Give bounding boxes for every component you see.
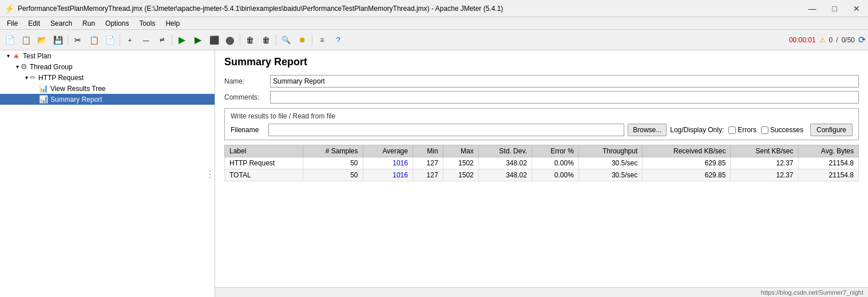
open-button[interactable]: 📂	[34, 33, 49, 47]
arrow-test-plan[interactable]: ▾	[5, 53, 11, 59]
cut-button[interactable]: ✂	[70, 33, 85, 47]
close-button[interactable]: ✕	[850, 3, 863, 14]
record-button[interactable]: ⏺	[295, 33, 310, 47]
col-header-sent-kb-sec: Sent KB/sec	[731, 145, 798, 157]
successes-checkbox-item: Successes	[761, 126, 803, 134]
shutdown-button[interactable]: ⬤	[223, 33, 237, 47]
paste-button[interactable]: 📄	[102, 33, 117, 47]
table-cell: 21154.8	[798, 157, 859, 169]
sidebar-item-test-plan[interactable]: ▾ 🔺 Test Plan	[0, 50, 215, 61]
table-cell: 348.02	[478, 169, 532, 181]
table-cell: 1016	[363, 157, 413, 169]
table-row: HTTP Request5010161271502348.020.00%30.5…	[225, 157, 859, 169]
main-area: ▾ 🔺 Test Plan ▾ ⚙ Thread Group ▾ ✏ HTTP …	[0, 50, 868, 297]
http-request-icon: ✏	[30, 73, 36, 82]
successes-checkbox[interactable]	[761, 126, 768, 134]
view-results-icon: 📊	[39, 84, 48, 93]
table-cell: 127	[413, 157, 443, 169]
sidebar-item-summary-report[interactable]: 📊 Summary Report	[0, 94, 215, 105]
expand-button[interactable]: +	[122, 33, 137, 47]
separator: /	[836, 36, 838, 44]
error-count: 0	[829, 36, 833, 44]
refresh-icon[interactable]: ⟳	[858, 34, 866, 45]
title-text: ⚡ PerformanceTestPlanMemoryThread.jmx (E…	[5, 4, 503, 13]
col-header-avg--bytes: Avg. Bytes	[798, 145, 859, 157]
status-bar: https://blog.csdn.net/Summer7_night	[215, 287, 868, 297]
maximize-button[interactable]: □	[829, 3, 841, 14]
arrow-http-request[interactable]: ▾	[23, 74, 30, 81]
run-button[interactable]: ▶	[175, 33, 189, 47]
toolbar-sep-1	[68, 34, 68, 46]
table-row: TOTAL5010161271502348.020.00%30.5/sec629…	[225, 169, 859, 181]
window-title: PerformanceTestPlanMemoryThread.jmx (E:\…	[18, 5, 503, 13]
timer-display: 00:00:01	[789, 36, 816, 44]
col-header-throughput: Throughput	[578, 145, 642, 157]
comments-label: Comments:	[224, 93, 270, 101]
menu-item-tools[interactable]: Tools	[134, 18, 160, 29]
table-cell: HTTP Request	[225, 157, 303, 169]
menu-item-file[interactable]: File	[2, 18, 22, 29]
menu-item-run[interactable]: Run	[78, 18, 100, 29]
search-button[interactable]: 🔍	[279, 33, 294, 47]
minimize-button[interactable]: —	[805, 3, 820, 14]
sidebar-drag-handle[interactable]: ⋮	[205, 168, 213, 179]
function-button[interactable]: ≡	[315, 33, 330, 47]
table-body: HTTP Request5010161271502348.020.00%30.5…	[225, 157, 859, 181]
table-cell: 1016	[363, 169, 413, 181]
toolbar-sep-5	[276, 34, 276, 46]
table-cell: 629.85	[643, 157, 731, 169]
comments-field-row: Comments:	[224, 91, 859, 104]
table-cell: TOTAL	[225, 169, 303, 181]
arrow-thread-group[interactable]: ▾	[14, 64, 21, 70]
save-button[interactable]: 💾	[50, 33, 65, 47]
comments-input[interactable]	[270, 91, 859, 104]
menu-item-edit[interactable]: Edit	[23, 18, 45, 29]
col-header-std--dev-: Std. Dev.	[478, 145, 532, 157]
menu-bar: FileEditSearchRunOptionsToolsHelp	[0, 17, 868, 30]
col-header-average: Average	[363, 145, 413, 157]
menu-item-options[interactable]: Options	[101, 18, 133, 29]
warning-icon: ⚠	[819, 36, 826, 44]
name-input[interactable]	[270, 75, 859, 88]
app-icon: ⚡	[5, 4, 14, 13]
start-no-pause-button[interactable]: ▶	[191, 33, 205, 47]
copy-button[interactable]: 📋	[86, 33, 101, 47]
table-cell: 629.85	[643, 169, 731, 181]
report-title: Summary Report	[224, 56, 859, 68]
table-cell: 1502	[443, 169, 478, 181]
configure-button[interactable]: Configure	[810, 124, 853, 136]
toggle-button[interactable]: ⇌	[154, 33, 169, 47]
sidebar-item-view-results-tree[interactable]: 📊 View Results Tree	[0, 83, 215, 94]
table-cell: 21154.8	[798, 169, 859, 181]
toolbar-sep-6	[312, 34, 312, 46]
table-cell: 12.37	[731, 169, 798, 181]
table-cell: 0.00%	[532, 169, 578, 181]
table-cell: 348.02	[478, 157, 532, 169]
file-section-title: Write results to file / Read from file	[231, 112, 853, 120]
log-display-section: Log/Display Only: Errors Successes Confi…	[670, 124, 853, 136]
summary-report-label: Summary Report	[50, 96, 102, 104]
col-header-max: Max	[443, 145, 478, 157]
successes-label: Successes	[770, 126, 803, 134]
table-cell: 0.00%	[532, 157, 578, 169]
sidebar-item-thread-group[interactable]: ▾ ⚙ Thread Group	[0, 61, 215, 72]
col-header-min: Min	[413, 145, 443, 157]
clear-button[interactable]: 🗑	[243, 33, 257, 47]
new-button[interactable]: 📄	[2, 33, 17, 47]
stop-button[interactable]: ⬛	[207, 33, 221, 47]
collapse-button[interactable]: —	[138, 33, 153, 47]
errors-checkbox[interactable]	[728, 126, 736, 134]
clear-all-button[interactable]: 🗑	[259, 33, 274, 47]
menu-item-help[interactable]: Help	[161, 18, 184, 29]
sidebar-item-http-request[interactable]: ▾ ✏ HTTP Request	[0, 72, 215, 83]
browse-button[interactable]: Browse...	[628, 124, 667, 136]
col-header-label: Label	[225, 145, 303, 157]
template-button[interactable]: 📋	[18, 33, 33, 47]
col-header-error--: Error %	[532, 145, 578, 157]
http-request-label: HTTP Request	[38, 74, 84, 82]
summary-report-icon: 📊	[39, 95, 48, 104]
filename-input[interactable]	[268, 124, 624, 136]
table-cell: 1502	[443, 157, 478, 169]
menu-item-search[interactable]: Search	[46, 18, 77, 29]
help-button[interactable]: ?	[331, 33, 346, 47]
